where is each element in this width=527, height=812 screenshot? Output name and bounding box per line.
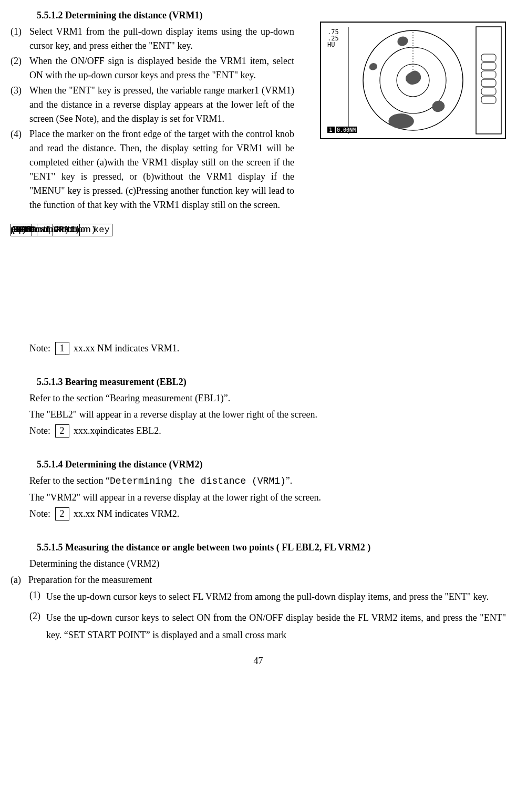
page-number: 47 xyxy=(11,654,506,668)
step-row: (a) Preparation for the measurement xyxy=(11,573,506,587)
step-row: (3) When the "ENT" key is pressed, the v… xyxy=(11,84,294,126)
note-ebl2: Note: 2 xxx.xφindicates EBL2. xyxy=(29,424,506,438)
note-label: Note: xyxy=(29,508,50,519)
note-label: Note: xyxy=(29,343,50,353)
monospace-ref: Determining the distance (VRM1) xyxy=(110,476,286,486)
body-text: The "EBL2" will appear in a reverse disp… xyxy=(29,408,506,422)
radar-hu: HU xyxy=(327,41,335,48)
step-number: (3) xyxy=(11,84,29,126)
step-text: Use the up-down cursor keys to select FL… xyxy=(46,588,506,605)
svg-rect-0 xyxy=(476,27,501,134)
flow-label-c: (c) xyxy=(11,222,27,238)
svg-rect-4 xyxy=(481,79,496,87)
page-content: 5.5.1.2 Determining the distance (VRM1) … xyxy=(11,8,506,212)
svg-rect-3 xyxy=(481,71,496,78)
radar-illustration: .75 .25 HU 1 0.00NM xyxy=(320,22,506,139)
heading-5512: 5.5.1.2 Determining the distance (VRM1) xyxy=(37,8,506,23)
sub-step-row: (2) Use the up-down cursor keys to selec… xyxy=(29,609,506,643)
note-text: xxx.xφindicates EBL2. xyxy=(74,425,161,436)
note-vrm2: Note: 2 xx.xx NM indicates VRM2. xyxy=(29,507,506,521)
step-text: Place the marker on the front edge of th… xyxy=(29,127,294,212)
step-text: Use the up-down cursor keys to select ON… xyxy=(46,609,506,643)
step-text: When the ON/OFF sign is displayed beside… xyxy=(29,54,294,82)
step-text: Preparation for the measurement xyxy=(28,573,506,587)
subtitle: Determining the distance (VRM2) xyxy=(29,557,506,571)
step-row: (1) Select VRM1 from the pull-down displ… xyxy=(11,25,294,53)
note-label: Note: xyxy=(29,425,50,436)
svg-rect-1 xyxy=(481,54,496,61)
radar-vrm-index: 1 xyxy=(329,127,333,133)
left-text-column: (1) Select VRM1 from the pull-down displ… xyxy=(11,25,294,212)
body-text: The "VRM2" will appear in a reverse disp… xyxy=(29,491,506,505)
note-box-1: 1 xyxy=(55,342,69,355)
body-text: Refer to the section “Bearing measuremen… xyxy=(29,391,506,405)
step-number: (a) xyxy=(11,573,28,587)
note-box-2: 2 xyxy=(55,424,69,438)
step-text: Select VRM1 from the pull-down display i… xyxy=(29,25,294,53)
flow-diagram: Up/Down → ENT → Up/Down → ENT → Control … xyxy=(11,222,506,332)
step-number: (1) xyxy=(29,588,46,605)
step-number: (4) xyxy=(11,127,29,212)
svg-rect-5 xyxy=(481,88,496,95)
note-text: xx.xx NM indicates VRM2. xyxy=(74,508,179,519)
note-box-2: 2 xyxy=(55,507,69,520)
heading-5513: 5.5.1.3 Bearing measurement (EBL2) xyxy=(37,375,506,389)
step-number: (1) xyxy=(11,25,29,53)
note-vrm1: Note: 1 xx.xx NM indicates VRM1. xyxy=(29,341,506,356)
step-number: (2) xyxy=(11,54,29,82)
body-text: Refer to the section “Determining the di… xyxy=(29,474,506,488)
radar-distance: 0.00NM xyxy=(337,127,356,133)
heading-5515: 5.5.1.5 Measuring the distance or angle … xyxy=(37,540,506,555)
step-number: (2) xyxy=(29,609,46,643)
step-text: When the "ENT" key is pressed, the varia… xyxy=(29,84,294,126)
step-row: (2) When the ON/OFF sign is displayed be… xyxy=(11,54,294,82)
sub-step-row: (1) Use the up-down cursor keys to selec… xyxy=(29,588,506,605)
heading-5514: 5.5.1.4 Determining the distance (VRM2) xyxy=(37,457,506,472)
svg-rect-6 xyxy=(481,96,496,103)
svg-rect-2 xyxy=(481,63,496,70)
step-row: (4) Place the marker on the front edge o… xyxy=(11,127,294,212)
note-text: xx.xx NM indicates VRM1. xyxy=(74,343,179,353)
